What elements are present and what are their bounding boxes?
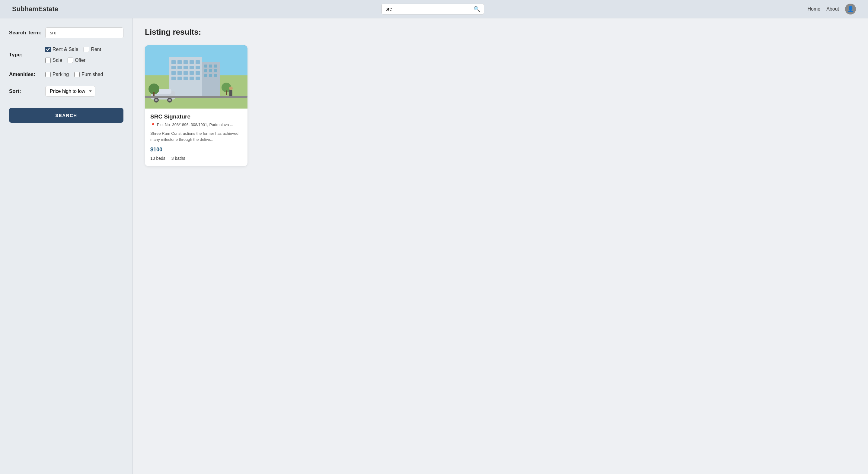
listing-details: 10 beds 3 baths bbox=[150, 156, 242, 161]
type-offer[interactable]: Offer bbox=[68, 58, 85, 63]
logo: SubhamEstate bbox=[12, 5, 58, 13]
amenities-row: Amenities: Parking Furnished bbox=[9, 71, 123, 77]
logo-text-normal: Subham bbox=[12, 5, 38, 13]
search-term-label: Search Term: bbox=[9, 30, 45, 36]
amenities-label: Amenities: bbox=[9, 71, 45, 77]
svg-rect-30 bbox=[204, 74, 207, 77]
svg-rect-12 bbox=[195, 66, 200, 69]
sort-select[interactable]: Price high to low Price low to high Newe… bbox=[45, 86, 95, 97]
amenity-furnished-checkbox[interactable] bbox=[74, 72, 80, 77]
svg-rect-5 bbox=[184, 60, 188, 64]
listing-description: Shree Ram Constructions the former has a… bbox=[150, 131, 242, 142]
listing-info: SRC Signature 📍 Plot No- 308/1896, 308/1… bbox=[145, 108, 247, 166]
type-offer-checkbox[interactable] bbox=[68, 58, 73, 63]
main-layout: Search Term: Type: Rent & Sale Rent Sale bbox=[0, 19, 868, 474]
type-sale-checkbox[interactable] bbox=[45, 58, 51, 63]
content-area: Listing results: bbox=[133, 19, 868, 474]
svg-rect-25 bbox=[209, 65, 212, 68]
listing-image-svg bbox=[145, 45, 247, 108]
svg-rect-45 bbox=[145, 96, 247, 98]
svg-rect-10 bbox=[184, 66, 188, 69]
type-label: Type: bbox=[9, 52, 45, 58]
svg-rect-20 bbox=[184, 77, 188, 80]
svg-rect-11 bbox=[189, 66, 194, 69]
header-search-icon[interactable]: 🔍 bbox=[473, 6, 480, 12]
type-rent[interactable]: Rent bbox=[84, 47, 101, 52]
svg-rect-26 bbox=[214, 65, 217, 68]
avatar[interactable]: 👤 bbox=[845, 4, 856, 14]
svg-rect-21 bbox=[189, 77, 194, 80]
svg-rect-4 bbox=[178, 60, 182, 64]
svg-rect-13 bbox=[172, 71, 176, 75]
svg-rect-7 bbox=[195, 60, 200, 64]
listing-card[interactable]: SRC Signature 📍 Plot No- 308/1896, 308/1… bbox=[145, 45, 247, 166]
svg-rect-29 bbox=[214, 69, 217, 72]
type-rent-sale[interactable]: Rent & Sale bbox=[45, 47, 78, 52]
type-offer-label: Offer bbox=[75, 58, 85, 63]
nav-home[interactable]: Home bbox=[808, 6, 820, 12]
amenities-checkbox-group: Parking Furnished bbox=[45, 72, 103, 77]
amenity-parking[interactable]: Parking bbox=[45, 72, 69, 77]
svg-rect-27 bbox=[204, 69, 207, 72]
svg-rect-42 bbox=[226, 91, 227, 95]
sort-row: Sort: Price high to low Price low to hig… bbox=[9, 86, 123, 97]
type-sale-label: Sale bbox=[53, 58, 62, 63]
type-checkbox-group: Rent & Sale Rent Sale Offer bbox=[45, 47, 123, 63]
svg-rect-14 bbox=[178, 71, 182, 75]
amenity-furnished-label: Furnished bbox=[82, 72, 103, 77]
listing-title: SRC Signature bbox=[150, 113, 242, 120]
svg-rect-9 bbox=[178, 66, 182, 69]
svg-point-44 bbox=[229, 87, 233, 90]
svg-rect-16 bbox=[189, 71, 194, 75]
search-term-input[interactable] bbox=[45, 28, 123, 38]
svg-rect-6 bbox=[189, 60, 194, 64]
svg-rect-40 bbox=[153, 92, 155, 97]
svg-rect-8 bbox=[172, 66, 176, 69]
svg-rect-3 bbox=[172, 60, 176, 64]
svg-rect-19 bbox=[178, 77, 182, 80]
sidebar: Search Term: Type: Rent & Sale Rent Sale bbox=[0, 19, 133, 474]
svg-rect-32 bbox=[214, 74, 217, 77]
search-term-row: Search Term: bbox=[9, 28, 123, 38]
logo-text-bold: Estate bbox=[38, 5, 58, 13]
listing-address-text: Plot No- 308/1896, 308/1901, Padmalava .… bbox=[157, 123, 233, 127]
search-button[interactable]: SEARCH bbox=[9, 108, 123, 123]
svg-rect-18 bbox=[172, 77, 176, 80]
svg-rect-17 bbox=[195, 71, 200, 75]
svg-rect-15 bbox=[184, 71, 188, 75]
svg-point-38 bbox=[168, 99, 171, 101]
amenity-parking-label: Parking bbox=[53, 72, 69, 77]
header: SubhamEstate src 🔍 Home About 👤 bbox=[0, 0, 868, 19]
listings-grid: SRC Signature 📍 Plot No- 308/1896, 308/1… bbox=[145, 45, 856, 166]
svg-rect-31 bbox=[209, 74, 212, 77]
location-icon: 📍 bbox=[150, 123, 155, 128]
type-rent-label: Rent bbox=[91, 47, 101, 52]
type-rent-checkbox[interactable] bbox=[84, 47, 89, 52]
listing-address: 📍 Plot No- 308/1896, 308/1901, Padmalava… bbox=[150, 123, 242, 128]
type-row: Type: Rent & Sale Rent Sale Offer bbox=[9, 47, 123, 63]
nav: Home About 👤 bbox=[808, 4, 856, 14]
listing-baths: 3 baths bbox=[172, 156, 185, 161]
svg-rect-28 bbox=[209, 69, 212, 72]
type-rent-sale-label: Rent & Sale bbox=[53, 47, 78, 52]
sort-label: Sort: bbox=[9, 88, 45, 94]
header-search-bar[interactable]: src 🔍 bbox=[381, 4, 484, 14]
svg-rect-22 bbox=[195, 77, 200, 80]
svg-point-36 bbox=[155, 99, 158, 101]
results-title: Listing results: bbox=[145, 28, 856, 37]
listing-price: $100 bbox=[150, 146, 242, 153]
header-search-input[interactable]: src bbox=[385, 6, 473, 12]
svg-rect-43 bbox=[229, 90, 232, 97]
amenity-furnished[interactable]: Furnished bbox=[74, 72, 103, 77]
nav-about[interactable]: About bbox=[826, 6, 839, 12]
type-rent-sale-checkbox[interactable] bbox=[45, 47, 51, 52]
listing-beds: 10 beds bbox=[150, 156, 165, 161]
type-sale[interactable]: Sale bbox=[45, 58, 62, 63]
svg-rect-24 bbox=[204, 65, 207, 68]
amenity-parking-checkbox[interactable] bbox=[45, 72, 51, 77]
listing-image bbox=[145, 45, 247, 108]
